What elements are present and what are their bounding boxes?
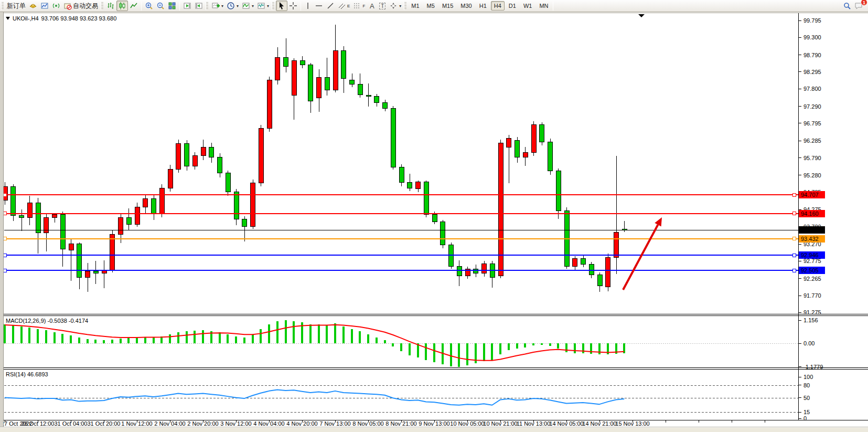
tile-windows-icon — [168, 2, 176, 10]
tab-timeframe-d1[interactable]: D1 — [506, 1, 519, 10]
toolbar-separator — [179, 2, 180, 10]
chart-canvas[interactable]: 99.79599.30098.79098.29597.80097.29096.7… — [0, 0, 868, 432]
toolbar-gripper[interactable] — [404, 2, 406, 10]
data-window-button[interactable] — [39, 1, 50, 11]
tile-windows-button[interactable] — [166, 1, 178, 11]
window-left-edge — [0, 12, 4, 432]
notification-badge: 1 — [861, 0, 867, 6]
search-button[interactable] — [841, 1, 853, 11]
zoom-out-button[interactable] — [155, 1, 166, 11]
tab-timeframe-m15[interactable]: M15 — [439, 1, 456, 10]
date-axis-label: 1 Nov 12:00 — [121, 420, 152, 427]
status-bar — [0, 427, 868, 432]
candlestick-icon — [118, 2, 126, 10]
date-axis-label: 14 Nov 05:00 — [549, 420, 583, 427]
shapes-button[interactable]: ▾ — [388, 1, 403, 11]
crosshair-button[interactable] — [287, 1, 299, 11]
new-order-label: 新订单 — [7, 2, 26, 10]
chevron-down-icon: ▾ — [399, 4, 401, 8]
chart-shift-button[interactable] — [193, 1, 205, 11]
svg-text:100: 100 — [803, 374, 813, 380]
auto-trading-button[interactable]: 自动交易 — [62, 1, 100, 11]
svg-text:99.300: 99.300 — [803, 34, 821, 40]
text-label-button[interactable]: T — [377, 1, 388, 11]
notifications-button[interactable]: 1 — [853, 1, 865, 11]
toolbar-separator — [141, 2, 142, 10]
svg-text:91.275: 91.275 — [803, 309, 821, 315]
toolbar-gripper[interactable] — [272, 2, 274, 10]
svg-text:98.295: 98.295 — [803, 69, 821, 75]
toolbar-gripper[interactable] — [206, 2, 208, 10]
channel-icon — [338, 2, 346, 10]
rsi-indicator-label: RSI(14) 46.6893 — [6, 371, 48, 377]
toolbar-gripper[interactable] — [101, 2, 103, 10]
svg-text:95.790: 95.790 — [803, 155, 821, 161]
auto-scroll-button[interactable] — [181, 1, 193, 11]
chevron-down-icon: ▾ — [221, 4, 223, 8]
line-chart-button[interactable] — [128, 1, 140, 11]
date-axis-label: 2 Nov 20:00 — [187, 420, 218, 427]
tab-timeframe-h4[interactable]: H4 — [491, 1, 505, 10]
svg-text:1.156: 1.156 — [803, 317, 818, 323]
tab-timeframe-m30[interactable]: M30 — [457, 1, 475, 10]
bar-chart-icon — [106, 2, 115, 10]
new-chart-button[interactable]: ▾ — [210, 1, 225, 11]
zoom-in-button[interactable] — [143, 1, 155, 11]
zoom-out-icon — [156, 2, 165, 10]
toolbar-gripper[interactable] — [1, 2, 4, 10]
text-button[interactable]: A — [367, 1, 377, 11]
svg-text:96.795: 96.795 — [803, 120, 821, 127]
date-axis-label: 4 Nov 20:00 — [286, 420, 317, 427]
chart-menu-arrow-icon[interactable] — [6, 17, 10, 20]
svg-text:97.800: 97.800 — [803, 86, 821, 92]
date-axis-label: 8 Nov 05:00 — [352, 420, 383, 427]
vertical-line-button[interactable] — [303, 1, 313, 11]
text-tool-icon: A — [370, 2, 374, 10]
date-axis-label: 31 Oct 20:00 — [88, 420, 121, 427]
date-axis-label: 2 Nov 04:00 — [154, 420, 185, 427]
indicators-icon — [242, 2, 250, 10]
fibonacci-letter: F — [362, 4, 365, 8]
search-icon — [843, 2, 851, 10]
market-watch-button[interactable] — [27, 1, 39, 11]
tab-timeframe-mn[interactable]: MN — [536, 1, 551, 10]
date-axis-label: 9 Nov 13:00 — [419, 420, 449, 427]
date-axis-label: 7 Nov 13:00 — [319, 420, 350, 427]
tab-timeframe-h1[interactable]: H1 — [476, 1, 490, 10]
template-button[interactable]: ▾ — [255, 1, 271, 11]
fibonacci-icon — [353, 2, 361, 10]
fibonacci-button[interactable]: F — [351, 1, 367, 11]
navigator-button[interactable] — [50, 1, 62, 11]
period-button[interactable]: ▾ — [225, 1, 240, 11]
horizontal-line-button[interactable] — [313, 1, 325, 11]
channel-letter: E — [347, 4, 350, 8]
svg-text:80: 80 — [803, 382, 810, 388]
svg-text:92.505: 92.505 — [801, 267, 819, 273]
macd-indicator-label: MACD(12,26,9) -0.5038 -0.4174 — [6, 318, 88, 324]
tab-timeframe-m5[interactable]: M5 — [424, 1, 438, 10]
svg-text:97.290: 97.290 — [803, 103, 821, 110]
channel-button[interactable]: E — [336, 1, 351, 11]
candles-layer — [3, 25, 627, 292]
trendline-icon — [326, 2, 335, 10]
mt4-window: 新订单 自动交易 — [0, 0, 868, 432]
svg-text:50: 50 — [803, 395, 810, 401]
data-window-icon — [40, 2, 49, 10]
toolbar-separator — [553, 2, 553, 10]
bar-chart-button[interactable] — [105, 1, 116, 11]
new-order-button[interactable]: 新订单 — [5, 1, 27, 11]
indicators-button[interactable]: ▾ — [240, 1, 255, 11]
trendline-button[interactable] — [325, 1, 336, 11]
candlestick-button[interactable] — [116, 1, 128, 11]
horizontal-line-icon — [315, 2, 323, 10]
date-axis-label: 4 Nov 04:00 — [253, 420, 284, 427]
svg-text:93.680: 93.680 — [801, 227, 819, 233]
auto-scroll-icon — [183, 2, 191, 10]
date-axis-label: 31 Oct 04:00 — [55, 420, 88, 427]
date-axis-label: 10 Nov 05:00 — [450, 420, 484, 427]
tab-timeframe-m1[interactable]: M1 — [408, 1, 422, 10]
tab-timeframe-w1[interactable]: W1 — [520, 1, 535, 10]
svg-text:96.285: 96.285 — [803, 138, 821, 144]
cursor-button[interactable] — [276, 1, 287, 11]
toolbar-right-group: 1 — [841, 1, 868, 11]
